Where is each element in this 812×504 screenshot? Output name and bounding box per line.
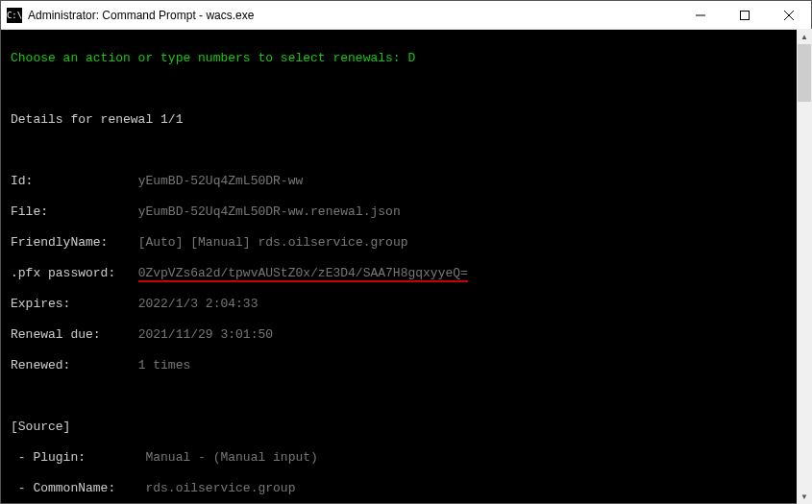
- source-cn-value: rds.oilservice.group: [145, 481, 295, 495]
- window-controls: [678, 1, 811, 29]
- minimize-button[interactable]: [678, 1, 723, 29]
- source-plugin-label: - Plugin:: [11, 450, 86, 465]
- source-cn-label: - CommonName:: [11, 481, 115, 495]
- due-value: 2021/11/29 3:01:50: [138, 327, 273, 342]
- prompt-line: Choose an action or type numbers to sele…: [11, 51, 415, 65]
- id-value: yEumBD-52Uq4ZmL50DR-ww: [138, 174, 304, 188]
- id-label: Id:: [11, 174, 33, 188]
- friendly-label: FriendlyName:: [11, 235, 108, 250]
- file-label: File:: [11, 204, 48, 219]
- svg-rect-1: [741, 11, 750, 19]
- due-label: Renewal due:: [11, 327, 101, 342]
- file-value: yEumBD-52Uq4ZmL50DR-ww.renewal.json: [138, 204, 401, 219]
- pfx-label: .pfx password:: [11, 266, 115, 280]
- scroll-up-icon[interactable]: ▲: [797, 29, 812, 44]
- source-header: [Source]: [11, 420, 801, 435]
- maximize-button[interactable]: [723, 1, 767, 29]
- details-header: Details for renewal 1/1: [11, 112, 801, 128]
- close-button[interactable]: [767, 1, 811, 29]
- renewed-label: Renewed:: [11, 358, 70, 372]
- expires-value: 2022/1/3 2:04:33: [138, 297, 258, 311]
- scroll-down-icon[interactable]: ▼: [797, 489, 812, 504]
- friendly-value: [Auto] [Manual] rds.oilservice.group: [138, 235, 408, 250]
- titlebar[interactable]: C:\ Administrator: Command Prompt - wacs…: [1, 1, 811, 30]
- console-output[interactable]: Choose an action or type numbers to sele…: [1, 30, 811, 503]
- expires-label: Expires:: [11, 297, 70, 311]
- cmd-icon: C:\: [7, 8, 22, 23]
- source-plugin-value: Manual - (Manual input): [145, 450, 317, 465]
- scrollbar[interactable]: ▲ ▼: [797, 29, 812, 504]
- renewed-value: 1 times: [138, 358, 191, 372]
- scroll-thumb[interactable]: [798, 44, 811, 102]
- pfx-value: 0ZvpVZs6a2d/tpwvAUStZ0x/zE3D4/SAA7H8gqxy…: [138, 266, 468, 280]
- window-title: Administrator: Command Prompt - wacs.exe: [28, 9, 678, 22]
